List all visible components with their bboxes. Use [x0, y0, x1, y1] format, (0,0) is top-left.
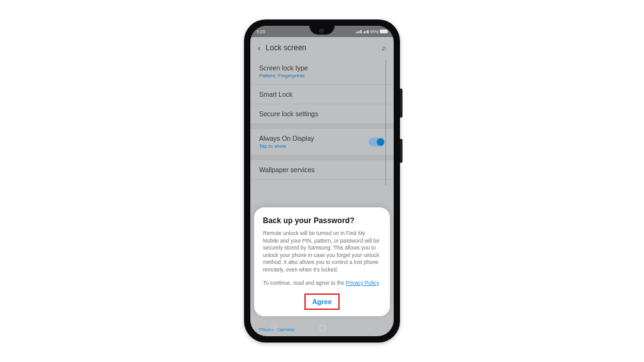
privacy-prefix: To continue, read and agree to the [263, 280, 346, 286]
phone-screen: 5:20 95% ‹ Lock screen ⌕ Screen lock typ… [250, 26, 394, 336]
battery-pct: 95% [370, 30, 379, 34]
nav-bar: ||| ⌄ [250, 320, 394, 336]
dialog-title: Back up your Password? [263, 216, 381, 225]
phone-frame: 5:20 95% ‹ Lock screen ⌕ Screen lock typ… [244, 19, 400, 343]
backup-password-dialog: Back up your Password? Remote unlock wil… [254, 207, 390, 316]
privacy-suffix: . [379, 280, 380, 286]
wifi-icon [356, 30, 362, 33]
nav-recent-icon[interactable]: ||| [271, 324, 279, 332]
nav-home-icon[interactable] [319, 325, 326, 331]
privacy-policy-link[interactable]: Privacy Policy [346, 280, 379, 286]
dialog-privacy-line: To continue, read and agree to the Priva… [263, 280, 381, 286]
dialog-body: Remote unlock will be turned on in Find … [263, 230, 381, 273]
status-time: 5:20 [257, 30, 265, 34]
power-button [400, 139, 402, 163]
agree-button[interactable]: Agree [304, 293, 339, 310]
volume-button [400, 89, 402, 118]
battery-icon [380, 30, 387, 33]
nav-back-icon[interactable]: ⌄ [367, 325, 373, 331]
signal-icon [363, 30, 369, 33]
